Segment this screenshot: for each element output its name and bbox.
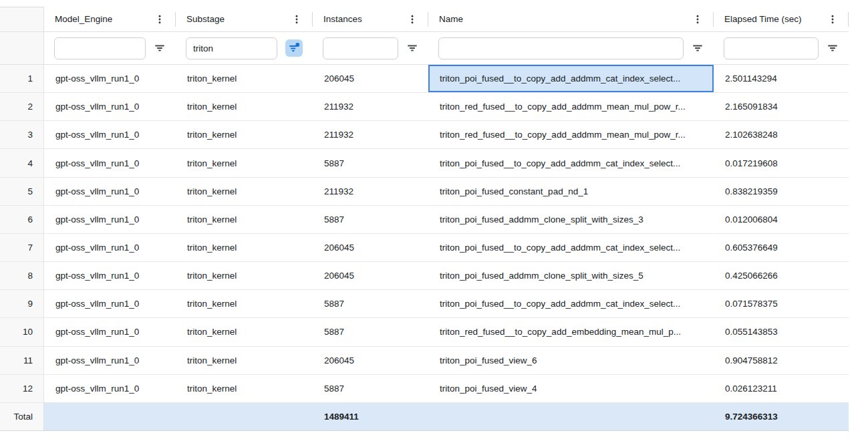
row-number: 1 xyxy=(0,65,44,92)
row-number: 4 xyxy=(0,149,44,176)
cell-name[interactable]: triton_red_fused__to_copy_add_embedding_… xyxy=(428,318,714,345)
cell-elapsed[interactable]: 0.026123211 xyxy=(714,375,849,402)
table-row: 7 gpt-oss_vllm_run1_0 triton_kernel 2060… xyxy=(0,234,849,262)
cell-instances[interactable]: 5887 xyxy=(313,206,428,233)
filter-funnel-icon[interactable] xyxy=(827,42,839,54)
row-number: 12 xyxy=(0,375,44,402)
cell-substage[interactable]: triton_kernel xyxy=(176,93,313,120)
cell-name-selected[interactable]: triton_poi_fused__to_copy_add_addmm_cat_… xyxy=(428,65,714,92)
cell-substage[interactable]: triton_kernel xyxy=(176,347,313,374)
table-row: 2 gpt-oss_vllm_run1_0 triton_kernel 2119… xyxy=(0,93,849,121)
column-header-row: Model_Engine Substage Instances Name Ela xyxy=(0,7,849,32)
cell-model-engine[interactable]: gpt-oss_vllm_run1_0 xyxy=(44,262,176,289)
table-row: 3 gpt-oss_vllm_run1_0 triton_kernel 2119… xyxy=(0,121,849,149)
row-number: 2 xyxy=(0,93,44,120)
cell-elapsed[interactable]: 0.012006804 xyxy=(714,206,849,233)
cell-name[interactable]: triton_poi_fused__to_copy_add_addmm_cat_… xyxy=(428,290,714,317)
cell-name[interactable]: triton_poi_fused__to_copy_add_addmm_cat_… xyxy=(428,149,714,176)
cell-substage[interactable]: triton_kernel xyxy=(176,121,313,148)
cell-model-engine[interactable]: gpt-oss_vllm_run1_0 xyxy=(44,375,176,402)
column-header-substage[interactable]: Substage xyxy=(176,7,313,31)
cell-name[interactable]: triton_poi_fused__to_copy_add_addmm_cat_… xyxy=(428,234,714,261)
cell-substage[interactable]: triton_kernel xyxy=(176,262,313,289)
table-row: 10 gpt-oss_vllm_run1_0 triton_kernel 588… xyxy=(0,318,849,346)
cell-model-engine[interactable]: gpt-oss_vllm_run1_0 xyxy=(44,93,176,120)
cell-substage[interactable]: triton_kernel xyxy=(176,375,313,402)
table-row: 1 gpt-oss_vllm_run1_0 triton_kernel 2060… xyxy=(0,65,849,93)
cell-elapsed[interactable]: 2.102638248 xyxy=(714,121,849,148)
cell-instances[interactable]: 206045 xyxy=(313,234,428,261)
cell-name[interactable]: triton_poi_fused_view_4 xyxy=(428,375,714,402)
cell-elapsed[interactable]: 2.165091834 xyxy=(714,93,849,120)
cell-model-engine[interactable]: gpt-oss_vllm_run1_0 xyxy=(44,178,176,205)
cell-model-engine[interactable]: gpt-oss_vllm_run1_0 xyxy=(44,65,176,92)
cell-instances[interactable]: 5887 xyxy=(313,290,428,317)
column-header-elapsed-time[interactable]: Elapsed Time (sec) xyxy=(714,7,849,31)
cell-substage[interactable]: triton_kernel xyxy=(176,149,313,176)
cell-elapsed[interactable]: 0.017219608 xyxy=(714,149,849,176)
cell-name[interactable]: triton_red_fused__to_copy_add_addmm_mean… xyxy=(428,93,714,120)
cell-elapsed[interactable]: 0.605376649 xyxy=(714,234,849,261)
cell-instances[interactable]: 206045 xyxy=(313,262,428,289)
cell-model-engine[interactable]: gpt-oss_vllm_run1_0 xyxy=(44,206,176,233)
cell-name[interactable]: triton_poi_fused_addmm_clone_split_with_… xyxy=(428,262,714,289)
table-row: 5 gpt-oss_vllm_run1_0 triton_kernel 2119… xyxy=(0,178,849,206)
cell-name[interactable]: triton_poi_fused_constant_pad_nd_1 xyxy=(428,178,714,205)
column-menu-icon[interactable] xyxy=(402,14,418,25)
cell-model-engine[interactable]: gpt-oss_vllm_run1_0 xyxy=(44,149,176,176)
cell-substage[interactable]: triton_kernel xyxy=(176,65,313,92)
cell-instances[interactable]: 211932 xyxy=(313,178,428,205)
filter-funnel-icon[interactable] xyxy=(692,42,704,54)
filter-funnel-icon[interactable] xyxy=(154,42,166,54)
filter-input-name[interactable] xyxy=(438,37,684,59)
cell-name[interactable]: triton_red_fused__to_copy_add_addmm_mean… xyxy=(428,121,714,148)
column-header-instances[interactable]: Instances xyxy=(313,7,428,31)
column-menu-icon[interactable] xyxy=(687,14,703,25)
cell-elapsed[interactable]: 0.904758812 xyxy=(714,347,849,374)
column-header-model-engine[interactable]: Model_Engine xyxy=(44,7,176,31)
filter-input-instances[interactable] xyxy=(323,37,398,59)
cell-substage[interactable]: triton_kernel xyxy=(176,318,313,345)
cell-model-engine[interactable]: gpt-oss_vllm_run1_0 xyxy=(44,234,176,261)
cell-instances[interactable]: 5887 xyxy=(313,149,428,176)
cell-instances[interactable]: 211932 xyxy=(313,93,428,120)
column-menu-icon[interactable] xyxy=(286,14,302,25)
cell-model-engine[interactable]: gpt-oss_vllm_run1_0 xyxy=(44,121,176,148)
filter-funnel-active-icon[interactable] xyxy=(285,39,303,57)
filter-input-model-engine[interactable] xyxy=(54,37,146,59)
cell-substage[interactable]: triton_kernel xyxy=(176,206,313,233)
cell-elapsed[interactable]: 0.838219359 xyxy=(714,178,849,205)
cell-substage[interactable]: triton_kernel xyxy=(176,290,313,317)
filter-funnel-icon[interactable] xyxy=(406,42,418,54)
cell-name[interactable]: triton_poi_fused_addmm_clone_split_with_… xyxy=(428,206,714,233)
total-instances: 1489411 xyxy=(313,403,428,430)
cell-elapsed[interactable]: 0.055143853 xyxy=(714,318,849,345)
cell-substage[interactable]: triton_kernel xyxy=(176,178,313,205)
cell-instances[interactable]: 211932 xyxy=(313,121,428,148)
cell-model-engine[interactable]: gpt-oss_vllm_run1_0 xyxy=(44,318,176,345)
total-elapsed: 9.724366313 xyxy=(714,403,849,430)
cell-instances[interactable]: 206045 xyxy=(313,65,428,92)
table-row: 6 gpt-oss_vllm_run1_0 triton_kernel 5887… xyxy=(0,206,849,234)
column-menu-icon[interactable] xyxy=(822,14,838,25)
cell-name[interactable]: triton_poi_fused_view_6 xyxy=(428,347,714,374)
cell-instances[interactable]: 5887 xyxy=(313,318,428,345)
column-header-name[interactable]: Name xyxy=(428,7,714,31)
column-menu-icon[interactable] xyxy=(149,14,165,25)
column-label: Name xyxy=(439,14,463,24)
filter-input-substage[interactable] xyxy=(186,37,277,59)
cell-elapsed[interactable]: 0.071578375 xyxy=(714,290,849,317)
cell-instances[interactable]: 5887 xyxy=(313,375,428,402)
column-label: Substage xyxy=(186,14,225,24)
cell-substage[interactable]: triton_kernel xyxy=(176,234,313,261)
cell-instances[interactable]: 206045 xyxy=(313,347,428,374)
cell-model-engine[interactable]: gpt-oss_vllm_run1_0 xyxy=(44,347,176,374)
row-number: 8 xyxy=(0,262,44,289)
table-row: 4 gpt-oss_vllm_run1_0 triton_kernel 5887… xyxy=(0,149,849,177)
row-number: 7 xyxy=(0,234,44,261)
cell-model-engine[interactable]: gpt-oss_vllm_run1_0 xyxy=(44,290,176,317)
cell-elapsed[interactable]: 0.425066266 xyxy=(714,262,849,289)
column-label: Instances xyxy=(323,14,362,24)
filter-input-elapsed-time[interactable] xyxy=(724,37,819,59)
cell-elapsed[interactable]: 2.501143294 xyxy=(714,65,849,92)
